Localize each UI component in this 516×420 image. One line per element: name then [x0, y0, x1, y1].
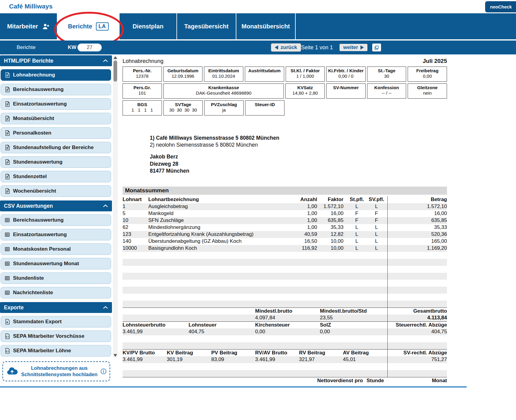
tab-mitarbeiter[interactable]: Mitarbeiter: [0, 13, 58, 39]
sidebar-item-nachrichtenliste[interactable]: Nachrichtenliste: [1, 287, 111, 298]
cell: L: [348, 245, 366, 251]
sidebar-item-label: Monatsübersicht: [13, 116, 54, 122]
totals-header-row: Mindestl.brutto Mindestl.brutto/Std Gesa…: [123, 308, 447, 314]
tab-monatsuebersicht[interactable]: Monatsübersicht: [236, 13, 296, 39]
sidebar-item-stundenauswertung[interactable]: Stundenauswertung: [1, 156, 111, 168]
cell: F: [366, 210, 387, 217]
sidebar-item-sepa-mitarbeiter-loehne[interactable]: SEPA Mitarbeiter Löhne: [1, 345, 111, 357]
sidebar-item-stundenliste[interactable]: Stundenliste: [1, 272, 111, 284]
kw-input[interactable]: [77, 44, 102, 51]
box-label: BGS: [137, 102, 147, 107]
box-value: 14,60 + 2,80: [292, 90, 318, 96]
cell: L: [348, 238, 366, 244]
netto-label: Nettoverdienst pro: [317, 378, 363, 384]
cell: 3.461,99: [123, 357, 167, 363]
sidebar-item-lohnabrechnung[interactable]: Lohnabrechnung: [1, 69, 111, 81]
totals-values-row: 3.461,99 404,75 0,00 0,00 404,75: [123, 328, 447, 335]
info-icon[interactable]: [100, 368, 107, 374]
cell: 1.169,20: [387, 245, 447, 251]
table-row: 5 Mankogeld 1,00 16,00 F F 16,00: [123, 210, 447, 217]
cell: 635,85: [387, 217, 447, 223]
betrag-column-divider: [387, 196, 388, 377]
box-value: 0,00: [423, 73, 432, 79]
back-button[interactable]: zurück: [271, 43, 301, 52]
box-value: 12.09.1996: [172, 73, 194, 79]
empty-row: [123, 301, 447, 308]
totals-values-row: 3.461,99 301,19 83,09 3.461,99 321,97 45…: [123, 356, 447, 363]
copy-icon: [374, 45, 379, 50]
box-value: 30: [384, 73, 389, 79]
tab-tagesuebersicht[interactable]: Tagesübersicht: [177, 13, 236, 39]
bottom-scrollbar[interactable]: [0, 386, 467, 388]
sidebar-item-personalkosten[interactable]: Personalkosten: [1, 127, 111, 139]
next-button[interactable]: weiter: [339, 43, 368, 52]
sidebar-item-label: Stundenauswertung: [13, 159, 62, 165]
cell: L: [366, 245, 387, 251]
cell: 0,00: [320, 329, 387, 335]
sidebar-item-stundenaufstellung-der-bereiche[interactable]: Stundenaufstellung der Bereiche: [1, 142, 111, 153]
upload-payroll-button[interactable]: Lohnabrechnungen aus Schnittstellensyste…: [2, 361, 110, 381]
cell: 3.461,99: [255, 357, 299, 363]
cell: 16,00: [322, 210, 348, 217]
section-header-exporte[interactable]: Exporte: [0, 302, 112, 313]
box-label: Steuer-ID: [255, 102, 275, 107]
sidebar-item-monatsuebersicht[interactable]: Monatsübersicht: [1, 113, 111, 124]
table-row: 123 Entgeltfortzahlung Krank (Auszahlung…: [123, 231, 447, 238]
sidebar-item-stundenzettel[interactable]: Stundenzettel: [1, 171, 111, 182]
cell: Gesamtbrutto: [387, 308, 447, 314]
box-value: 30 30 30 30: [169, 107, 197, 112]
sidebar-scrollbar[interactable]: [113, 55, 118, 358]
cell: 1,00: [293, 217, 322, 223]
sidebar-item-wochenuebersicht[interactable]: Wochenübersicht: [1, 185, 111, 197]
sidebar-item-sepa-mitarbeiter-vorschuesse[interactable]: SEPA Mitarbeiter Vorschüsse: [1, 330, 111, 342]
empty-row: [123, 342, 447, 349]
info-box-krankenkasse: Krankenkasse DAK-Gesundheit 48698890: [163, 83, 284, 99]
sidebar-item-label: SEPA Mitarbeiter Vorschüsse: [13, 333, 84, 339]
empty-row: [123, 294, 447, 301]
info-box-kifrbtr-kinder: Ki.Frbtr. / Kinder 0,00 / 0: [326, 67, 366, 82]
sidebar-item-csv-bereichsauswertung[interactable]: Bereichsauswertung: [1, 214, 111, 226]
cell: AV Beitrag: [343, 350, 387, 356]
box-label: Gleitzone: [417, 85, 438, 90]
sidebar-item-label: Stundenliste: [13, 275, 44, 281]
totals-values-row: 4.097,84 23,55 4.113,84: [123, 314, 447, 321]
section-header-html-pdf-berichte[interactable]: HTML/PDF Berichte: [0, 55, 112, 66]
cell: Steuerrechtl. Abzüge: [387, 322, 447, 328]
tab-berichte[interactable]: Berichte LA: [58, 13, 120, 39]
cell: 140: [123, 238, 148, 244]
sidebar-item-monatskosten-personal[interactable]: Monatskosten Personal: [1, 243, 111, 255]
empty-row: [123, 335, 447, 342]
section-title: Exporte: [4, 304, 24, 311]
monatssummen-header: Monatssummen: [123, 187, 447, 195]
sidebar-item-label: Wochenübersicht: [13, 188, 56, 194]
info-box-freibetrag: Freibetrag 0,00: [408, 67, 447, 82]
csv-table-icon: [4, 275, 10, 281]
box-value: 12378: [136, 73, 149, 79]
section-header-csv-auswertungen[interactable]: CSV Auswertungen: [0, 200, 112, 211]
tab-label: Tagesübersicht: [184, 23, 228, 30]
sidebar-item-stundenauswertung-monat[interactable]: Stundenauswertung Monat: [1, 258, 111, 269]
cell: 62: [123, 224, 148, 230]
tab-dienstplan[interactable]: Dienstplan: [120, 13, 177, 39]
tab-label: Berichte: [68, 23, 92, 30]
cell: Mankogeld: [148, 210, 293, 217]
sidebar-item-stammdaten-export[interactable]: Stammdaten Export: [1, 316, 111, 327]
cell: SFN Zuschläge: [148, 217, 293, 223]
info-box-pers-gr: Pers.Gr. 101: [123, 83, 162, 99]
scroll-down-icon[interactable]: [113, 354, 117, 357]
scroll-up-icon[interactable]: [113, 56, 117, 59]
box-label: Pers.-Nr.: [133, 68, 152, 73]
sidebar-item-csv-einsatzortauswertung[interactable]: Einsatzortauswertung: [1, 229, 111, 240]
cell: KV Beitrag: [167, 350, 211, 356]
print-report-button[interactable]: [372, 43, 382, 52]
employer-line-2: 2) neolohn Siemensstrasse 5 80802 Münche…: [150, 142, 447, 148]
info-box-stkl-faktor: St.Kl. / Faktor 1 / 1,000: [286, 67, 325, 82]
sidebar-item-bereichsauswertung[interactable]: Bereichsauswertung: [1, 84, 111, 95]
box-value: 01.10.2024: [212, 73, 235, 79]
scrollbar-thumb[interactable]: [113, 60, 117, 82]
sidebar-item-einsatzortauswertung[interactable]: Einsatzortauswertung: [1, 98, 111, 110]
col-header-svpfl: SV.pfl.: [366, 197, 387, 203]
col-header-lohnartbezeichnung: Lohnartbezeichnung: [148, 197, 293, 203]
totals-header-row: Lohnsteuerbrutto Lohnsteuer Kirchensteue…: [123, 321, 447, 328]
neocheck-button[interactable]: neoCheck: [485, 1, 516, 12]
